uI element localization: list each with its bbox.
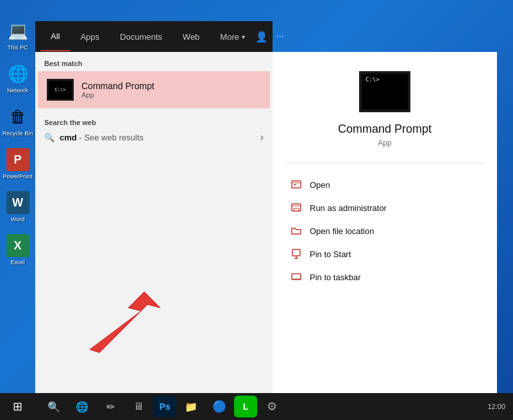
taskbar-display[interactable]: 🖥	[125, 394, 152, 419]
right-panel: Command Prompt App Open	[273, 52, 497, 393]
taskbar-settings[interactable]: ⚙	[258, 394, 285, 419]
taskbar-files[interactable]: 📁	[178, 394, 205, 419]
right-cmd-icon	[359, 71, 410, 112]
tab-apps[interactable]: Apps	[70, 23, 110, 51]
tabs-right: 👤 ···	[255, 31, 284, 43]
taskbar-search[interactable]: 🔍	[40, 394, 67, 419]
best-match-item[interactable]: Command Prompt App	[38, 71, 270, 108]
desktop-icon-word[interactable]: W Word	[6, 191, 29, 223]
action-open[interactable]: Open	[285, 174, 484, 196]
taskbar-pen[interactable]: ✏	[97, 394, 124, 419]
desktop-icons-container: 💻 This PC 🌐 Network 🗑 Recycle Bin P Powe…	[0, 0, 35, 420]
right-app-subtitle: App	[378, 139, 391, 147]
open-icon	[290, 179, 302, 190]
taskbar-photoshop[interactable]: Ps	[153, 396, 176, 417]
svg-rect-5	[292, 249, 300, 256]
best-match-text: Command Prompt App	[81, 81, 155, 99]
tab-web[interactable]: Web	[172, 23, 210, 51]
action-pin-taskbar-label: Pin to taskbar	[310, 273, 361, 282]
action-list: Open Run as administrator	[285, 174, 484, 288]
action-admin-label: Run as administrator	[310, 203, 387, 213]
ellipsis-icon[interactable]: ···	[276, 31, 284, 42]
svg-rect-3	[292, 204, 301, 211]
action-pin-start-label: Pin to Start	[310, 249, 351, 259]
desktop-icon-powerpoint[interactable]: P PowerPoint	[3, 148, 32, 180]
action-pin-to-start[interactable]: Pin to Start	[285, 243, 484, 265]
pin-taskbar-icon	[290, 271, 302, 283]
desktop-icon-recycle[interactable]: 🗑 Recycle Bin	[3, 105, 33, 137]
admin-icon	[290, 202, 302, 214]
web-search-item[interactable]: 🔍 cmd - See web results ›	[44, 131, 264, 143]
web-search-text: cmd - See web results	[60, 133, 255, 142]
search-web-icon: 🔍	[44, 133, 55, 142]
folder-icon	[290, 225, 302, 237]
action-pin-to-taskbar[interactable]: Pin to taskbar	[285, 266, 484, 288]
start-button[interactable]: ⊞	[0, 393, 35, 420]
web-search-chevron: ›	[260, 131, 264, 143]
tray-clock: 12:00	[487, 403, 505, 410]
action-file-location-label: Open file location	[310, 226, 374, 236]
search-panel: All Apps Documents Web More ▾ 👤 ··· Best…	[35, 21, 497, 393]
tabs-row: All Apps Documents Web More ▾ 👤 ···	[35, 21, 273, 52]
desktop-icon-thispc[interactable]: 💻 This PC	[6, 19, 29, 51]
action-run-as-admin[interactable]: Run as administrator	[285, 197, 484, 219]
cmd-icon	[47, 79, 74, 101]
right-cmd-icon-inner	[362, 74, 408, 110]
web-search-section: Search the web 🔍 cmd - See web results ›	[35, 108, 273, 148]
best-match-title: Command Prompt	[81, 81, 155, 91]
desktop-icon-excel[interactable]: X Excel	[6, 234, 29, 265]
right-app-title: Command Prompt	[338, 122, 432, 136]
system-tray: 12:00	[487, 403, 513, 410]
taskbar-apps: 🔍 🌐 ✏ 🖥 Ps 📁 🔵 L ⚙	[35, 394, 487, 419]
divider	[285, 163, 484, 164]
pin-start-icon	[290, 248, 302, 260]
action-open-label: Open	[310, 180, 330, 190]
tab-documents[interactable]: Documents	[110, 23, 172, 51]
desktop: 💻 This PC 🌐 Network 🗑 Recycle Bin P Powe…	[0, 0, 513, 420]
taskbar-chrome[interactable]: 🔵	[206, 394, 233, 419]
best-match-subtitle: App	[81, 91, 155, 99]
best-match-label: Best match	[35, 52, 273, 71]
taskbar-line[interactable]: L	[234, 396, 257, 417]
tab-all[interactable]: All	[40, 22, 70, 51]
taskbar-edge[interactable]: 🌐	[69, 394, 96, 419]
tab-more[interactable]: More ▾	[210, 23, 255, 51]
cmd-icon-inner	[49, 81, 72, 99]
user-icon[interactable]: 👤	[255, 31, 268, 43]
left-panel-fill	[35, 148, 273, 393]
desktop-icon-network[interactable]: 🌐 Network	[6, 62, 29, 94]
taskbar: ⊞ 🔍 🌐 ✏ 🖥 Ps 📁 🔵 L ⚙	[0, 393, 513, 420]
tabs-left: All Apps Documents Web More ▾	[40, 22, 255, 51]
action-open-file-location[interactable]: Open file location	[285, 220, 484, 242]
web-search-label: Search the web	[44, 119, 264, 126]
left-panel: All Apps Documents Web More ▾ 👤 ··· Best…	[35, 21, 273, 393]
